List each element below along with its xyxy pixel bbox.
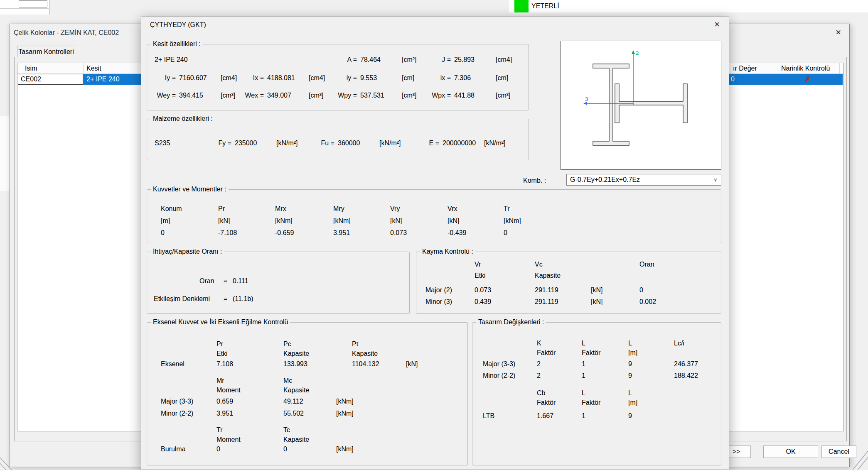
prop-label: Wpx = — [428, 91, 451, 100]
col-header: Vrx — [448, 203, 466, 215]
axis-3-arrow — [583, 102, 587, 105]
prop-unit: [cm³] — [309, 91, 324, 100]
col-unit: [kN] — [218, 215, 237, 227]
force-column-konum: Konum [m] 0 — [161, 203, 182, 239]
cell-isim[interactable]: CE002 — [18, 74, 83, 85]
status-label: YETERLİ — [531, 2, 559, 10]
header-tc-kapasite: Kapasite — [283, 436, 309, 444]
komb-combobox[interactable]: G-0.7Ey+0.21Ex+0.7Ez ∨ — [566, 174, 721, 186]
header-separator — [773, 63, 773, 74]
column-header-kesit[interactable]: Kesit — [86, 64, 101, 73]
row-major33-l1: 1 — [582, 360, 585, 368]
etkilesim-value: (11.1b) — [233, 295, 253, 303]
kayma-row-minor-vr: 0.439 — [475, 298, 491, 306]
header-pc-kapasite: Kapasite — [283, 350, 309, 358]
kayma-row-major-unit: [kN] — [591, 286, 602, 294]
prop-e: E = 200000000 [kN/m²] — [416, 139, 506, 147]
prop-fy: Fy = 235000 [kN/m²] — [208, 139, 298, 147]
header-l3-faktor: Faktör — [582, 399, 600, 407]
col-value: 0 — [504, 227, 521, 239]
header-mc: Mc — [283, 377, 292, 385]
prop-j: J = 25.893 [cm4] — [428, 56, 512, 64]
dialog-title-bar[interactable]: ÇYTHYEDY (GKT) × — [141, 17, 729, 33]
prop-iy-radius: iy = 9.553 [cm] — [334, 74, 414, 82]
prop-unit: [cm4] — [309, 74, 325, 82]
prop-unit: [cm³] — [496, 91, 511, 100]
cell-narinlik-fail-icon[interactable]: ✗ — [805, 75, 811, 83]
chevron-down-icon[interactable]: ∨ — [710, 177, 721, 183]
oran-equals: = — [224, 277, 227, 285]
tasarim-legend: Tasarım Değişkenleri : — [476, 318, 546, 326]
prop-label: Wpy = — [334, 91, 357, 100]
cell-sinir-value[interactable]: 0 — [731, 75, 735, 83]
column-header-narinlik-kontrolu[interactable]: Narinlik Kontrolü — [781, 64, 830, 73]
header-k-faktor: Faktör — [537, 349, 556, 357]
prop-value: 360000 — [338, 139, 379, 147]
header-mr: Mr — [216, 377, 224, 385]
left-edge-panel — [0, 116, 10, 191]
kayma-row-minor-name: Minor (3) — [425, 298, 452, 306]
header-separator — [83, 63, 84, 74]
col-header: Konum — [161, 203, 182, 215]
kayma-header-kapasite: Kapasite — [535, 272, 561, 280]
row-major33-name: Major (3-3) — [161, 397, 193, 406]
material-grade: S235 — [155, 139, 170, 147]
header-cb: Cb — [537, 389, 545, 397]
force-column-mrx: Mrx [kNm] -0.659 — [275, 203, 294, 239]
col-header: Mry — [333, 203, 351, 215]
header-separator — [839, 63, 840, 74]
window-title[interactable]: Çelik Kolonlar - ZEMİN KAT, CE002 — [14, 29, 119, 37]
row-minor22-mc: 55.502 — [283, 409, 304, 418]
header-tc: Tc — [283, 426, 290, 434]
col-header: Mrx — [275, 203, 294, 215]
prop-unit: [cm4] — [496, 56, 512, 64]
prop-wey: Wey = 394.415 [cm³] — [152, 91, 236, 100]
col-value: 0.073 — [390, 227, 407, 239]
toolbar-fragment-left — [0, 0, 49, 15]
kayma-header-etki: Etki — [475, 272, 486, 280]
oran-legend: İhtiyaç/Kapasite Oranı : — [151, 247, 224, 256]
row-minor22-l2: 9 — [628, 372, 632, 380]
col-unit: [m] — [161, 215, 182, 227]
etkilesim-label: Etkileşim Denklemi — [154, 295, 210, 303]
column-header-sinir-deger[interactable]: ır Değer — [733, 64, 757, 73]
row-burulma-unit: [kNm] — [336, 445, 354, 453]
row-minor22-l1: 1 — [582, 372, 585, 380]
kayma-header-oran: Oran — [639, 260, 654, 269]
ok-button[interactable]: OK — [763, 446, 818, 458]
cancel-button[interactable]: Cancel — [821, 446, 856, 458]
row-major33-lci: 246.377 — [674, 360, 698, 368]
kuvvetler-group: Kuvvetler ve Momentler : Konum [m] 0 Pr … — [147, 189, 721, 243]
komb-selected-value: G-0.7Ey+0.21Ex+0.7Ez — [567, 176, 710, 184]
prop-label: E = — [416, 139, 439, 147]
prop-unit: [cm] — [402, 74, 414, 82]
prop-unit: [cm³] — [402, 91, 417, 100]
malzeme-ozellikleri-legend: Malzeme özellikleri : — [151, 115, 215, 123]
prop-value: 394.415 — [179, 91, 221, 100]
prop-label: Wex = — [241, 91, 264, 100]
prop-unit: [cm²] — [402, 56, 417, 64]
header-l2-unit: [m] — [628, 349, 637, 357]
row-major33-name: Major (3-3) — [483, 360, 515, 368]
col-value: 3.951 — [333, 227, 351, 239]
tab-tasarim-kontrolleri[interactable]: Tasarım Kontrolleri — [17, 46, 75, 57]
prop-fu: Fu = 360000 [kN/m²] — [311, 139, 401, 147]
column-header-isim[interactable]: İsim — [25, 64, 37, 73]
toolbar-divider — [0, 8, 49, 9]
eksenel-group: Eksenel Kuvvet ve İki Eksenli Eğilme Kon… — [147, 322, 468, 465]
prop-unit: [cm] — [496, 74, 508, 82]
row-major33-unit: [kNm] — [336, 397, 354, 406]
prop-value: 349.007 — [267, 91, 309, 100]
cell-kesit-value[interactable]: 2+ IPE 240 — [86, 75, 120, 83]
col-header: Pr — [218, 203, 237, 215]
prop-wpx: Wpx = 441.88 [cm³] — [428, 91, 511, 100]
prop-unit: [kN/m²] — [276, 139, 298, 147]
dialog-close-icon[interactable]: × — [714, 20, 720, 29]
col-unit: [kN] — [390, 215, 407, 227]
prop-value: 200000000 — [443, 139, 484, 147]
prop-label: Fy = — [208, 139, 231, 147]
header-cb-faktor: Faktör — [537, 399, 556, 407]
window-close-icon[interactable]: × — [836, 28, 841, 37]
header-k: K — [537, 339, 541, 348]
row-eksenel-pt: 1104.132 — [352, 360, 379, 368]
